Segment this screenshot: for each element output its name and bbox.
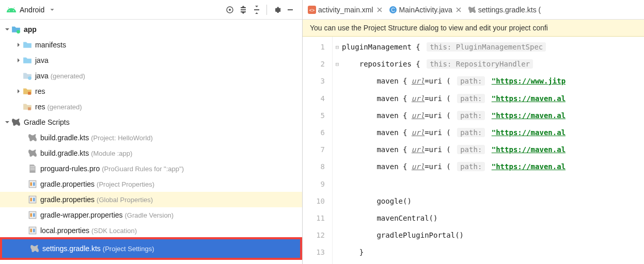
svg-rect-6 — [29, 180, 36, 188]
tree-node-manifests[interactable]: manifests — [0, 37, 302, 53]
code-line[interactable]: pluginManagement { this: PluginManagemen… — [342, 39, 644, 56]
folder-icon — [23, 87, 32, 96]
code-line[interactable]: gradlePluginPortal() — [342, 227, 644, 244]
tab-activity-main[interactable]: <> activity_main.xml — [305, 1, 386, 19]
svg-rect-12 — [29, 211, 36, 219]
code-line[interactable]: maven { url=uri ( path: "https://maven.a… — [342, 90, 644, 107]
code-line[interactable]: maven { url=uri ( path: "https://maven.a… — [342, 107, 644, 124]
tree-node-res-gen[interactable]: res (generated) — [0, 99, 302, 114]
project-tree: app manifests java java (generated) — [0, 20, 302, 264]
fold-icon[interactable]: ⊟ — [333, 39, 342, 56]
collapse-all-icon[interactable] — [251, 4, 262, 15]
chevron-right-icon[interactable] — [14, 56, 23, 64]
tab-settings-gradle[interactable]: settings.gradle.kts ( — [465, 1, 544, 19]
tree-node-gradle-props[interactable]: gradle.properties (Project Properties) — [0, 176, 302, 192]
line-number: 1 — [303, 39, 332, 56]
fold-icon — [333, 73, 342, 90]
tree-node-label: proguard-rules.pro — [40, 164, 100, 173]
fold-icon — [333, 158, 342, 175]
tree-node-label: local.properties — [40, 226, 89, 235]
tree-node-local[interactable]: local.properties (SDK Location) — [0, 223, 302, 238]
tree-node-suffix: (Project Settings) — [103, 245, 154, 253]
tree-node-app[interactable]: app — [0, 22, 302, 37]
select-opened-file-icon[interactable] — [224, 4, 235, 15]
line-number: 13 — [303, 244, 332, 261]
tree-node-label: build.gradle.kts — [40, 134, 89, 142]
tree-node-label: gradle.properties — [40, 195, 95, 204]
svg-rect-17 — [33, 229, 35, 233]
tree-node-label: build.gradle.kts — [40, 149, 89, 157]
svg-text:<>: <> — [309, 8, 315, 13]
fold-icon[interactable]: ⊟ — [333, 56, 342, 73]
tree-node-gradle-scripts[interactable]: Gradle Scripts — [0, 114, 302, 130]
tree-node-java-gen[interactable]: java (generated) — [0, 68, 302, 84]
fold-icon — [333, 124, 342, 141]
line-number: 8 — [303, 158, 332, 175]
code-line[interactable]: repositories { this: RepositoryHandler — [342, 56, 644, 73]
properties-icon — [28, 195, 37, 204]
svg-rect-5 — [28, 107, 31, 110]
tree-node-settings[interactable]: settings.gradle.kts (Project Settings) — [0, 237, 302, 260]
code-line[interactable]: maven { url=uri ( path: "https://www.jit… — [342, 73, 644, 90]
code-line[interactable]: mavenCentral() — [342, 210, 644, 227]
svg-rect-9 — [29, 196, 36, 203]
folder-icon — [23, 71, 32, 80]
line-number: 3 — [303, 73, 332, 90]
expand-all-icon[interactable] — [238, 4, 249, 15]
view-selector-label[interactable]: Android — [20, 6, 44, 14]
tree-node-label: gradle-wrapper.properties — [40, 211, 123, 219]
tree-node-build-project[interactable]: build.gradle.kts (Project: HelloWorld) — [0, 130, 302, 145]
line-number: 5 — [303, 107, 332, 124]
tree-node-suffix: (Gradle Version) — [125, 211, 174, 219]
chevron-down-icon[interactable] — [3, 25, 11, 34]
dropdown-arrow-icon[interactable] — [49, 6, 56, 13]
xml-icon: <> — [308, 6, 316, 14]
tree-node-label: java — [35, 56, 49, 64]
fold-icon — [333, 107, 342, 124]
tree-node-java[interactable]: java — [0, 53, 302, 68]
code-area[interactable]: pluginManagement { this: PluginManagemen… — [342, 37, 644, 264]
line-number: 10 — [303, 193, 332, 210]
tree-node-res[interactable]: res — [0, 84, 302, 99]
fold-icon — [333, 176, 342, 193]
tree-node-proguard[interactable]: proguard-rules.pro (ProGuard Rules for "… — [0, 161, 302, 176]
chevron-right-icon[interactable] — [14, 41, 23, 49]
code-line[interactable]: maven { url=uri ( path: "https://maven.a… — [342, 124, 644, 141]
code-line[interactable]: maven { url=uri ( path: "https://maven.a… — [342, 158, 644, 175]
tree-node-label: Gradle Scripts — [24, 118, 70, 126]
tree-node-wrapper[interactable]: gradle-wrapper.properties (Gradle Versio… — [0, 207, 302, 223]
tree-node-suffix: (Project Properties) — [97, 180, 154, 188]
notification-banner[interactable]: You can use the Project Structure dialog… — [303, 20, 644, 37]
code-editor[interactable]: 12345678910111213 ⊟⊟ pluginManagement { … — [303, 37, 644, 264]
hide-icon[interactable] — [285, 4, 296, 15]
tab-main-activity[interactable]: C MainActivity.java — [386, 1, 465, 19]
tab-label: MainActivity.java — [399, 6, 452, 14]
tree-node-build-module[interactable]: build.gradle.kts (Module :app) — [0, 145, 302, 161]
editor-tabs: <> activity_main.xml C MainActivity.java… — [303, 0, 644, 20]
svg-point-1 — [229, 9, 231, 11]
close-icon[interactable] — [455, 7, 462, 13]
line-number: 12 — [303, 227, 332, 244]
code-line[interactable]: maven { url=uri ( path: "https://maven.a… — [342, 141, 644, 158]
code-line[interactable]: google() — [342, 193, 644, 210]
tree-node-suffix: (generated) — [47, 103, 82, 111]
tree-node-label: java — [35, 72, 49, 80]
close-icon[interactable] — [376, 7, 383, 13]
code-line[interactable] — [342, 176, 644, 193]
tree-node-suffix: (generated) — [51, 72, 85, 80]
tab-label: activity_main.xml — [318, 6, 373, 14]
svg-rect-14 — [33, 213, 35, 217]
chevron-down-icon[interactable] — [3, 118, 11, 126]
tree-node-gradle-props-global[interactable]: gradle.properties (Global Properties) — [0, 192, 302, 207]
code-line[interactable]: } — [342, 244, 644, 261]
settings-icon[interactable] — [271, 4, 282, 15]
gradle-kts-icon — [28, 148, 37, 158]
tree-node-label: settings.gradle.kts — [42, 244, 101, 253]
tree-node-label: gradle.properties — [40, 180, 95, 188]
fold-gutter: ⊟⊟ — [333, 37, 342, 264]
chevron-right-icon[interactable] — [14, 87, 23, 95]
tab-label: settings.gradle.kts ( — [478, 6, 541, 14]
svg-rect-10 — [30, 198, 32, 202]
fold-icon — [333, 244, 342, 261]
line-number: 7 — [303, 141, 332, 158]
